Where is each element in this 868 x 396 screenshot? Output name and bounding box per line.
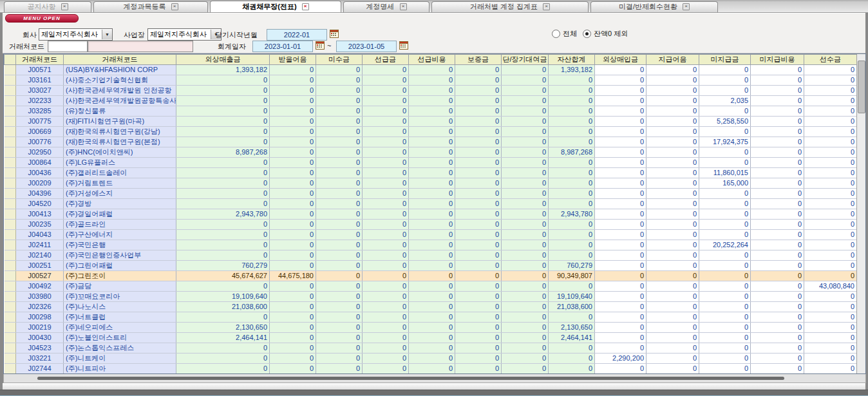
vendor-name-cell[interactable]: (주)그린조이 [64, 270, 176, 281]
amount-cell[interactable]: 0 [595, 332, 646, 343]
vendor-name-cell[interactable]: (사)한국관세무역개발원공항특송사무소 [64, 95, 176, 106]
amount-cell[interactable]: 0 [804, 116, 857, 126]
amount-cell[interactable]: 0 [316, 188, 363, 198]
calendar-icon[interactable] [330, 29, 339, 38]
amount-cell[interactable]: 0 [751, 240, 804, 250]
amount-cell[interactable]: 0 [270, 198, 316, 209]
vertical-scrollbar[interactable] [856, 54, 865, 373]
amount-cell[interactable]: 0 [699, 270, 751, 281]
column-header[interactable]: 선수금 [804, 55, 857, 65]
radio-all-icon[interactable] [552, 30, 560, 38]
amount-cell[interactable]: 0 [549, 343, 595, 353]
vendor-code-cell[interactable]: J00235 [16, 219, 64, 229]
vendor-code-cell[interactable]: J00219 [16, 322, 64, 332]
vendor-code-cell[interactable]: J00571 [16, 65, 64, 75]
amount-cell[interactable]: 11,860,015 [699, 167, 751, 178]
amount-cell[interactable]: 0 [699, 250, 751, 260]
amount-cell[interactable]: 0 [455, 332, 502, 343]
amount-cell[interactable]: 0 [549, 240, 595, 250]
amount-cell[interactable]: 0 [699, 301, 751, 312]
vendor-name-cell[interactable]: (주)네오피에스 [64, 322, 176, 332]
amount-cell[interactable]: 0 [646, 301, 699, 312]
amount-cell[interactable]: 0 [595, 240, 646, 250]
table-row[interactable]: J04523(주)논스톱익스프레스0000000000000 [5, 343, 857, 353]
vendor-name-cell[interactable]: (주)그린어패럴 [64, 260, 176, 270]
amount-cell[interactable]: 0 [455, 116, 502, 126]
amount-cell[interactable]: 0 [455, 322, 502, 332]
row-indicator[interactable] [5, 116, 16, 126]
amount-cell[interactable]: 0 [316, 167, 363, 178]
amount-cell[interactable]: 0 [316, 147, 363, 157]
table-row[interactable]: J04520(주)경방0000000000000 [5, 198, 857, 209]
amount-cell[interactable]: 0 [595, 147, 646, 157]
amount-cell[interactable]: 0 [751, 332, 804, 343]
row-indicator[interactable] [5, 188, 16, 198]
amount-cell[interactable]: 0 [502, 95, 549, 106]
table-row[interactable]: J04396(주)거성에스지0000000000000 [5, 188, 857, 198]
amount-cell[interactable]: 0 [751, 65, 804, 75]
amount-cell[interactable]: 0 [316, 106, 363, 116]
amount-cell[interactable]: 0 [176, 126, 270, 137]
amount-cell[interactable]: 0 [502, 229, 549, 240]
row-indicator[interactable] [5, 137, 16, 147]
amount-cell[interactable]: 0 [646, 65, 699, 75]
amount-cell[interactable]: 0 [699, 363, 751, 373]
row-indicator[interactable] [5, 260, 16, 270]
amount-cell[interactable]: 0 [409, 65, 455, 75]
menu-open-button[interactable]: MENU OPEN [5, 14, 79, 23]
amount-cell[interactable]: 0 [595, 312, 646, 322]
amount-cell[interactable]: 0 [646, 75, 699, 85]
amount-cell[interactable]: 0 [804, 85, 857, 95]
amount-cell[interactable]: 0 [595, 75, 646, 85]
amount-cell[interactable]: 0 [595, 291, 646, 301]
amount-cell[interactable]: 0 [363, 85, 409, 95]
amount-cell[interactable]: 0 [455, 260, 502, 270]
amount-cell[interactable]: 0 [455, 65, 502, 75]
amount-cell[interactable]: 0 [363, 65, 409, 75]
amount-cell[interactable]: 2,130,650 [176, 322, 270, 332]
amount-cell[interactable]: 90,349,807 [549, 270, 595, 281]
amount-cell[interactable]: 0 [646, 85, 699, 95]
amount-cell[interactable]: 0 [270, 95, 316, 106]
amount-cell[interactable]: 0 [699, 106, 751, 116]
amount-cell[interactable]: 0 [502, 106, 549, 116]
amount-cell[interactable]: 0 [455, 147, 502, 157]
amount-cell[interactable]: 0 [595, 322, 646, 332]
vendor-name-cell[interactable]: (주)거성에스지 [64, 188, 176, 198]
amount-cell[interactable]: 0 [502, 126, 549, 137]
vendor-code-cell[interactable]: J02326 [16, 301, 64, 312]
amount-cell[interactable]: 0 [595, 301, 646, 312]
amount-cell[interactable]: 0 [363, 157, 409, 167]
amount-cell[interactable]: 0 [751, 126, 804, 137]
amount-cell[interactable]: 0 [176, 363, 270, 373]
amount-cell[interactable]: 0 [455, 75, 502, 85]
row-indicator[interactable] [5, 95, 16, 106]
amount-cell[interactable]: 0 [751, 209, 804, 219]
amount-cell[interactable]: 0 [270, 126, 316, 137]
vendor-code-cell[interactable]: J02744 [16, 363, 64, 373]
amount-cell[interactable]: 0 [455, 363, 502, 373]
amount-cell[interactable]: 0 [502, 260, 549, 270]
amount-cell[interactable]: 0 [804, 167, 857, 178]
amount-cell[interactable]: 0 [409, 147, 455, 157]
amount-cell[interactable]: 0 [270, 178, 316, 188]
amount-cell[interactable]: 0 [363, 137, 409, 147]
amount-cell[interactable]: 0 [646, 270, 699, 281]
site-select[interactable]: 제일저지주식회사 ▼ [147, 28, 222, 41]
amount-cell[interactable]: 0 [595, 167, 646, 178]
row-indicator[interactable] [5, 353, 16, 363]
vendor-name-cell[interactable]: (유)창신물류 [64, 106, 176, 116]
amount-cell[interactable]: 0 [409, 137, 455, 147]
vendor-name-cell[interactable]: (주)국민은행 [64, 240, 176, 250]
vendor-name-cell[interactable]: (주)골드라인 [64, 219, 176, 229]
amount-cell[interactable]: 0 [751, 343, 804, 353]
amount-cell[interactable]: 0 [804, 363, 857, 373]
amount-cell[interactable]: 0 [270, 157, 316, 167]
amount-cell[interactable]: 0 [409, 106, 455, 116]
amount-cell[interactable]: 0 [409, 281, 455, 291]
amount-cell[interactable]: 0 [646, 95, 699, 106]
amount-cell[interactable]: 0 [804, 353, 857, 363]
amount-cell[interactable]: 0 [270, 167, 316, 178]
vendor-name-cell[interactable]: (USA)BY&HFASHION CORP [64, 65, 176, 75]
vendor-name-cell[interactable]: (주)노블인더스트리 [64, 332, 176, 343]
